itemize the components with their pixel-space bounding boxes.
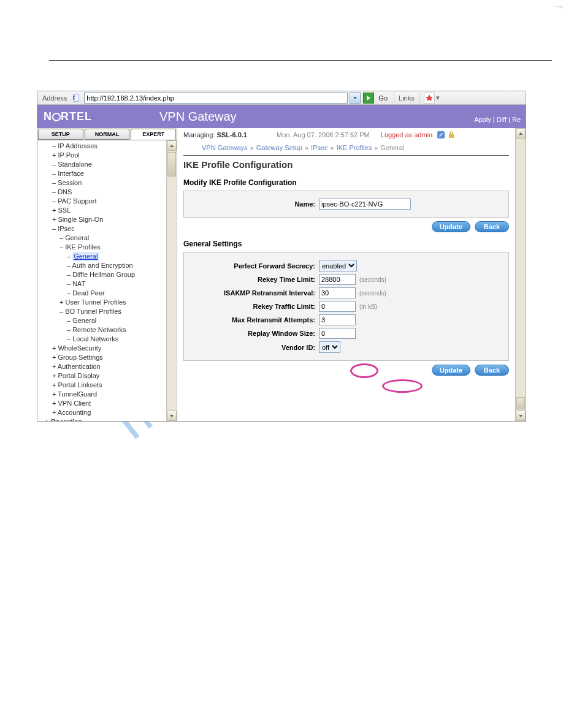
content-area: SETUP NORMAL EXPERT – IP Addresses+ IP P… bbox=[37, 128, 526, 421]
brand-logo: NRTEL bbox=[44, 110, 92, 123]
rekey-traffic-input[interactable] bbox=[319, 301, 356, 312]
main-scrollbar[interactable] bbox=[515, 128, 526, 421]
context-bar: Managing: SSL-6.0.1 Mon. Aug 07. 2006 2:… bbox=[183, 128, 509, 143]
nav-item[interactable]: – IKE Profiles bbox=[41, 243, 166, 252]
go-button[interactable] bbox=[363, 93, 374, 104]
app-banner: NRTEL VPN Gateway Apply | Diff | Re bbox=[37, 105, 526, 128]
scroll-up-icon[interactable] bbox=[516, 128, 526, 138]
name-buttons: Update Back bbox=[183, 221, 509, 232]
isakmp-input[interactable] bbox=[319, 287, 356, 298]
nav-item[interactable]: + Single Sign-On bbox=[41, 215, 166, 224]
scroll-track[interactable] bbox=[516, 138, 526, 396]
crumb-link[interactable]: VPN Gateways bbox=[202, 144, 248, 151]
lock-icon bbox=[447, 131, 456, 140]
nav-item[interactable]: – Diffie Hellman Group bbox=[41, 270, 166, 279]
svg-rect-0 bbox=[74, 94, 79, 100]
address-dropdown-icon[interactable] bbox=[350, 93, 361, 104]
crumb-link[interactable]: IPsec bbox=[311, 144, 328, 151]
sidebar-scrollbar[interactable] bbox=[166, 140, 177, 421]
general-section-title: General Settings bbox=[183, 240, 509, 248]
back-button[interactable]: Back bbox=[475, 365, 509, 376]
rekey-traffic-unit: (in kB) bbox=[359, 303, 377, 310]
update-button[interactable]: Update bbox=[432, 221, 470, 232]
pfs-select[interactable]: enabled bbox=[319, 260, 357, 271]
brand-prefix: N bbox=[44, 110, 52, 123]
crumb-current: General bbox=[380, 144, 404, 151]
nav-tree: – IP Addresses+ IP Pool– Standalone– Int… bbox=[37, 140, 177, 421]
ie-page-icon bbox=[72, 93, 82, 103]
login-status: Logged as admin bbox=[381, 131, 432, 138]
nav-item[interactable]: + Accounting bbox=[41, 408, 166, 417]
toolbar-extension-icon[interactable] bbox=[424, 93, 435, 104]
max-retrans-input[interactable] bbox=[319, 314, 356, 325]
nav-item[interactable]: – Auth and Encryption bbox=[41, 261, 166, 270]
nav-item[interactable]: + WholeSecurity bbox=[41, 344, 166, 353]
tab-expert[interactable]: EXPERT bbox=[131, 129, 176, 140]
server-time: Mon. Aug 07. 2006 2:57:52 PM bbox=[277, 131, 370, 138]
nav-item[interactable]: – BO Tunnel Profiles bbox=[41, 307, 166, 316]
nav-item[interactable]: – Standalone bbox=[41, 160, 166, 169]
replay-input[interactable] bbox=[319, 328, 356, 339]
nav-item[interactable]: + TunnelGuard bbox=[41, 390, 166, 399]
nav-item[interactable]: – Dead Peer bbox=[41, 289, 166, 298]
rekey-time-input[interactable] bbox=[319, 274, 356, 285]
nav-item[interactable]: – IPsec bbox=[41, 224, 166, 233]
edit-icon[interactable] bbox=[437, 131, 445, 140]
nav-item[interactable]: + SSL bbox=[41, 206, 166, 215]
rekey-time-label: Rekey Time Limit: bbox=[190, 276, 319, 283]
scroll-down-icon[interactable] bbox=[516, 411, 526, 421]
nav-item[interactable]: + Portal Display bbox=[41, 371, 166, 381]
scroll-up-icon[interactable] bbox=[167, 140, 177, 151]
crumb-link[interactable]: IKE Profiles bbox=[337, 144, 372, 151]
nav-item[interactable]: + Portal Linksets bbox=[41, 381, 166, 390]
diff-link[interactable]: Diff bbox=[497, 116, 507, 123]
nav-item[interactable]: – DNS bbox=[41, 188, 166, 197]
nav-item[interactable]: – IP Addresses bbox=[41, 142, 166, 151]
modify-section-title: Modify IKE Profile Configuration bbox=[183, 178, 509, 187]
tab-normal[interactable]: NORMAL bbox=[85, 129, 130, 140]
nav-item[interactable]: + User Tunnel Profiles bbox=[41, 298, 166, 307]
isakmp-label: ISAKMP Retransmit Interval: bbox=[190, 289, 319, 297]
rekey-time-unit: (seconds) bbox=[359, 276, 386, 283]
tab-setup[interactable]: SETUP bbox=[38, 129, 83, 140]
nav-item[interactable]: + Operation bbox=[41, 417, 166, 421]
scroll-thumb[interactable] bbox=[516, 397, 525, 409]
pfs-label: Perfect Forward Secrecy: bbox=[190, 262, 319, 270]
back-button[interactable]: Back bbox=[475, 221, 509, 232]
nav-item[interactable]: – General bbox=[41, 233, 166, 243]
nav-item[interactable]: + VPN Client bbox=[41, 399, 166, 408]
nav-item[interactable]: – Remote Networks bbox=[41, 325, 166, 335]
nav-item[interactable]: – Interface bbox=[41, 169, 166, 178]
apply-link[interactable]: Apply bbox=[474, 116, 491, 123]
scroll-track[interactable] bbox=[167, 178, 177, 411]
replay-label: Replay Window Size: bbox=[190, 330, 319, 337]
address-input[interactable] bbox=[84, 93, 348, 104]
svg-rect-2 bbox=[449, 134, 454, 138]
crumb-link[interactable]: Gateway Setup bbox=[256, 144, 302, 151]
nav-item[interactable]: + Group Settings bbox=[41, 353, 166, 362]
nav-item[interactable]: – General bbox=[41, 252, 166, 261]
nav-item[interactable]: – PAC Support bbox=[41, 197, 166, 206]
toolbar-separator bbox=[419, 93, 419, 104]
chevron-down-icon[interactable]: ▾ bbox=[436, 94, 440, 102]
update-button[interactable]: Update bbox=[432, 365, 470, 376]
nav-item[interactable]: – Session bbox=[41, 178, 166, 188]
nav-item[interactable]: + IP Pool bbox=[41, 151, 166, 160]
page-top-rule bbox=[49, 60, 552, 61]
address-label: Address bbox=[40, 94, 69, 102]
scroll-thumb[interactable] bbox=[167, 152, 176, 176]
nav-item[interactable]: – NAT bbox=[41, 279, 166, 289]
title-rule bbox=[183, 155, 509, 156]
managing-label: Managing: SSL-6.0.1 bbox=[183, 131, 247, 138]
links-label: Links bbox=[399, 94, 415, 102]
general-buttons: Update Back bbox=[183, 365, 509, 376]
revert-link[interactable]: Re bbox=[512, 116, 521, 123]
max-retrans-label: Max Retransmit Attempts: bbox=[190, 316, 319, 324]
toolbar-separator bbox=[394, 93, 394, 104]
name-input[interactable] bbox=[319, 199, 411, 210]
vendor-id-select[interactable]: off bbox=[319, 341, 340, 353]
scroll-down-icon[interactable] bbox=[167, 411, 177, 421]
nav-item[interactable]: + Authentication bbox=[41, 362, 166, 371]
nav-item[interactable]: – Local Networks bbox=[41, 335, 166, 344]
nav-item[interactable]: – General bbox=[41, 316, 166, 325]
